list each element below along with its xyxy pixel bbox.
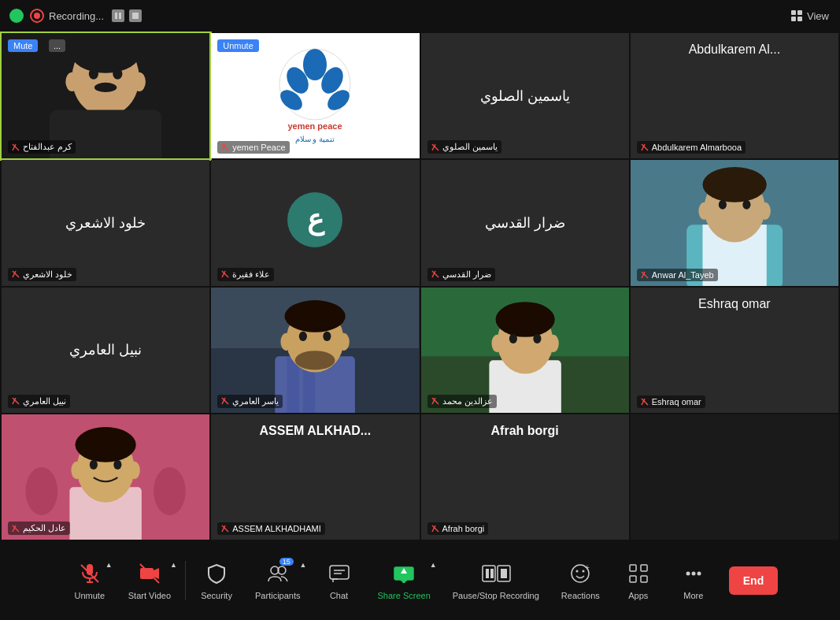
end-button[interactable]: End xyxy=(729,566,778,595)
participant-cell-assem: ASSEM ALKHAD... ASSEM ALKHADHAMI xyxy=(211,414,419,540)
reactions-button[interactable]: + Reactions xyxy=(550,555,611,607)
participant-cell-anwar: Anwar Al_Tayeb xyxy=(631,160,838,285)
participant-video-nabil: نبيل العامري xyxy=(2,288,209,413)
svg-rect-112 xyxy=(486,569,489,578)
unmute-caret-icon[interactable]: ▲ xyxy=(105,561,113,569)
recording-status-icon xyxy=(30,9,44,23)
svg-point-78 xyxy=(154,467,186,515)
participant-cell-eshraq: Eshraq omar Eshraq omar xyxy=(631,288,838,413)
participant-cell-empty xyxy=(631,414,838,540)
mic-icon-yasmin xyxy=(431,143,439,151)
svg-point-40 xyxy=(719,200,727,210)
pause-recording-button[interactable]: Pause/Stop Recording xyxy=(442,555,550,607)
participant-center-kholoud: خلود الاشعري xyxy=(65,214,146,232)
participant-name-afrah: Afrah borgi xyxy=(427,522,489,535)
participant-cell-azzaldeen: عزالدين محمد xyxy=(421,288,629,413)
participants-count-badge: 15 xyxy=(279,558,294,566)
participant-video-alaa: ع xyxy=(211,160,419,285)
svg-point-41 xyxy=(742,200,750,210)
zoom-logo-dot xyxy=(9,9,24,23)
participant-name-kholoud: خلود الاشعري xyxy=(8,268,76,281)
share-caret-icon[interactable]: ▲ xyxy=(430,561,437,569)
svg-point-70 xyxy=(547,334,558,351)
video-icon xyxy=(137,561,162,586)
mic-icon-abdulkarem xyxy=(641,143,649,151)
svg-point-125 xyxy=(691,572,695,576)
chat-icon xyxy=(327,561,352,586)
mute-badge-karam[interactable]: Mute xyxy=(8,39,38,52)
svg-rect-107 xyxy=(402,581,405,583)
svg-point-7 xyxy=(94,83,117,92)
video-caret-icon[interactable]: ▲ xyxy=(170,561,177,569)
start-video-button[interactable]: ▲ Start Video xyxy=(117,555,182,607)
stop-recording-icon[interactable] xyxy=(129,9,142,22)
svg-point-77 xyxy=(25,467,57,515)
participant-top-abdulkarem: Abdulkarem Al... xyxy=(631,43,838,57)
svg-text:تنمية و سلام: تنمية و سلام xyxy=(295,135,335,144)
svg-point-66 xyxy=(495,302,554,337)
mic-icon-anwar xyxy=(641,271,649,279)
security-button[interactable]: Security xyxy=(189,555,244,607)
participant-cell-yemen-peace: yemen peace تنمية و سلام Unmute yemen Pe… xyxy=(211,33,419,158)
participant-name-nabil: نبيل العامري xyxy=(8,395,70,408)
participant-cell-afrah: Afrah borgi Afrah borgi xyxy=(421,414,629,540)
participants-caret-icon[interactable]: ▲ xyxy=(300,561,307,569)
participant-cell-abdulkarem: Abdulkarem Al... Abdulkarem Almarbooa xyxy=(631,33,838,158)
svg-point-84 xyxy=(71,462,82,479)
svg-point-117 xyxy=(576,570,579,573)
participant-cell-kholoud: خلود الاشعري خلود الاشعري xyxy=(2,160,209,285)
svg-point-59 xyxy=(339,332,350,350)
apps-label: Apps xyxy=(628,591,648,600)
participant-name-yaser: ياسر العامري xyxy=(217,395,283,408)
mic-icon-nabil xyxy=(12,397,20,405)
person-photo-azzaldeen xyxy=(421,288,629,413)
apps-button[interactable]: Apps xyxy=(611,555,666,607)
yemen-peace-logo: yemen peace تنمية و سلام xyxy=(260,41,370,151)
view-label: View xyxy=(807,10,829,22)
pause-stop-icon xyxy=(483,561,509,586)
more-button[interactable]: More xyxy=(666,555,721,607)
toolbar: ▲ Unmute ▲ Start Video xyxy=(0,541,840,620)
participant-video-kholoud: خلود الاشعري xyxy=(2,160,209,285)
unmute-badge-yemen[interactable]: Unmute xyxy=(217,39,259,52)
participant-name-yemen: yemen Peace xyxy=(217,141,289,154)
svg-point-57 xyxy=(295,351,335,369)
svg-point-81 xyxy=(76,427,136,462)
view-button[interactable]: View xyxy=(791,10,829,22)
security-icon xyxy=(204,561,229,586)
reactions-icon: + xyxy=(568,561,593,586)
person-photo-anwar xyxy=(631,160,838,285)
participant-top-assem: ASSEM ALKHAD... xyxy=(211,424,419,438)
svg-rect-120 xyxy=(630,565,636,571)
recording-text: Recording... xyxy=(49,10,104,22)
svg-rect-2 xyxy=(132,13,139,19)
unmute-button[interactable]: ▲ Unmute xyxy=(62,555,117,607)
participant-video-anwar xyxy=(631,160,838,285)
participant-center-nabil: نبيل العامري xyxy=(69,341,142,358)
svg-rect-123 xyxy=(641,576,647,582)
video-grid: Mute ... كرم عبدالفتاح yemen peace تنمية… xyxy=(0,32,840,541)
mic-icon-dhrar xyxy=(431,270,439,278)
svg-text:yemen peace: yemen peace xyxy=(288,121,342,131)
more-badge-karam[interactable]: ... xyxy=(49,39,65,52)
participant-video-eshraq: Eshraq omar xyxy=(631,288,838,413)
svg-text:+: + xyxy=(585,563,590,572)
participants-button[interactable]: ▲ 15 Participants xyxy=(244,555,311,607)
svg-point-43 xyxy=(759,202,770,220)
participant-cell-yasmin: ياسمين الصلوي ياسمين الصلوي xyxy=(421,33,629,158)
unmute-label: Unmute xyxy=(75,591,105,600)
pause-recording-label: Pause/Stop Recording xyxy=(453,591,539,600)
toolbar-divider-1 xyxy=(185,561,186,600)
svg-point-124 xyxy=(686,572,690,576)
svg-point-85 xyxy=(129,462,140,479)
pause-recording-icon[interactable] xyxy=(112,9,124,22)
mic-icon-yemen xyxy=(221,143,229,151)
participant-video-afrah: Afrah borgi xyxy=(421,414,629,540)
svg-point-67 xyxy=(509,333,516,343)
participant-cell-alaa: ع علاء فقيرة xyxy=(211,160,419,285)
more-icon xyxy=(681,561,706,586)
participant-name-eshraq: Eshraq omar xyxy=(637,395,705,408)
reactions-label: Reactions xyxy=(561,591,600,600)
share-screen-button[interactable]: ▲ Share Screen xyxy=(367,555,442,607)
chat-button[interactable]: Chat xyxy=(312,555,367,607)
